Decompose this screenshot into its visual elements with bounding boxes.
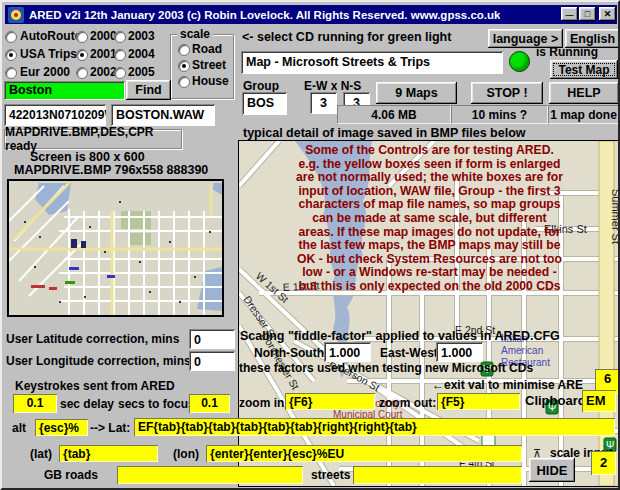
lat-sequence-input[interactable]: EF{tab}{tab}{tab}{tab}{tab}{tab}{right}{… [134, 418, 615, 436]
delay-label: sec delay [60, 398, 114, 411]
radio-year-2004[interactable] [114, 49, 126, 61]
radio-eur-2000[interactable] [5, 67, 17, 79]
zoom-in-label: zoom in: [239, 397, 288, 410]
streets-input[interactable] [353, 466, 522, 484]
app-icon [8, 7, 24, 23]
radio-autoroute[interactable] [5, 31, 17, 43]
status-size: 4.06 MB [337, 105, 451, 124]
focus-label: secs to focus [118, 398, 195, 411]
east-west-input[interactable]: 1.000 [436, 342, 483, 362]
radio-year-2002[interactable] [76, 67, 88, 79]
radio-autoroute-label: AutoRoute [20, 30, 81, 43]
radio-year-2003-label: 2003 [128, 30, 155, 43]
stop-button[interactable]: STOP ! [471, 82, 543, 104]
ared-window: ARED v2i 12th January 2003 (c) Robin Lov… [0, 0, 620, 490]
scale-input-value[interactable]: 2 [591, 451, 616, 475]
lat-correction-input[interactable]: 0 [189, 329, 235, 349]
radio-scale-road-label: Road [192, 43, 222, 56]
lat-input[interactable]: {tab} [59, 445, 158, 462]
test-map-button[interactable]: Test Map [550, 60, 618, 79]
delay-input[interactable]: 0.1 [13, 394, 57, 413]
lon-label: (lon) [173, 448, 199, 461]
map-source-input[interactable]: Map - Microsoft Streets & Trips [241, 51, 503, 74]
gb-roads-input[interactable] [117, 466, 303, 484]
east-west-label: East-West [380, 347, 438, 360]
thumbnail-map [7, 179, 224, 317]
clipboard-label: Clipboard [525, 394, 586, 407]
window-title: ARED v2i 12th January 2003 (c) Robin Lov… [29, 9, 500, 21]
coords-input[interactable]: 422013N0710209W [4, 104, 106, 126]
place-search-input[interactable]: Boston [4, 81, 125, 100]
maximize-icon[interactable]: □ [579, 7, 596, 21]
zoom-out-input[interactable]: {F5} [437, 393, 520, 410]
lon-input[interactable]: {enter}{enter}{esc}%EU [206, 445, 522, 462]
help-button[interactable]: HELP [549, 82, 619, 104]
lon-correction-label: User Longitude correction, mins [6, 355, 191, 368]
testing-notice: Some of the Controls are for testing ARE… [239, 144, 620, 294]
radio-year-2005-label: 2005 [128, 66, 155, 79]
radio-scale-street[interactable] [178, 60, 190, 72]
radio-year-2004-label: 2004 [128, 48, 155, 61]
radio-scale-street-label: Street [192, 59, 226, 72]
keystrokes-label: Keystrokes sent from ARED [15, 380, 175, 393]
status-time: 10 mins ? [451, 105, 548, 124]
thumb-park [121, 211, 151, 229]
svg-text:American: American [501, 345, 543, 356]
ew-input[interactable]: 3 [310, 92, 337, 114]
lon-correction-input[interactable]: 0 [189, 351, 235, 371]
radio-year-2000[interactable] [76, 31, 88, 43]
zoom-out-label: zoom out: [379, 397, 436, 410]
waw-file-input[interactable]: BOSTON.WAW [111, 104, 215, 126]
scaling-title: Scaling "fiddle-factor" applied to value… [240, 330, 560, 343]
alt-input[interactable]: {esc}% [35, 419, 88, 436]
close-icon[interactable]: ✕ [599, 7, 616, 21]
streets-label: streets [311, 469, 350, 482]
radio-scale-house[interactable] [178, 76, 190, 88]
radio-year-2000-label: 2000 [90, 30, 117, 43]
group-input[interactable]: BOS [242, 92, 287, 115]
running-status: is Running [536, 46, 598, 59]
radio-year-2003[interactable] [114, 31, 126, 43]
find-button[interactable]: Find [126, 80, 171, 100]
mapdrive-ready-box: MAPDRIVE.BMP,DES,CPR ready [4, 129, 182, 149]
north-south-input[interactable]: 1.000 [324, 342, 371, 362]
radio-year-2001-label: 2001 [90, 48, 117, 61]
status-progress: 1 map done [548, 105, 619, 124]
radio-scale-house-label: House [192, 75, 229, 88]
gb-roads-label: GB roads [44, 469, 98, 482]
zoom-in-input[interactable]: {F6} [285, 393, 375, 410]
scaling-footnote: these factors used when testing new Micr… [239, 362, 533, 375]
radio-year-2002-label: 2002 [90, 66, 117, 79]
map-detail-caption: typical detail of image saved in BMP fil… [243, 127, 526, 140]
scale-groupbox-label: scale [177, 28, 213, 40]
radio-year-2001[interactable] [76, 49, 88, 61]
hide-button[interactable]: HIDE [529, 458, 575, 482]
running-light-indicator [509, 51, 530, 72]
focus-input[interactable]: 0.1 [189, 394, 230, 413]
lat-arrow-label: --> Lat: [90, 422, 130, 435]
clipboard-input[interactable]: EM [582, 390, 616, 412]
alt-label: alt [12, 422, 26, 435]
lat-correction-label: User Latitude correction, mins [6, 333, 179, 346]
mapdrive-info: MAPDRIVE.BMP 796x558 888390 [14, 164, 208, 177]
exit-value-hint: ←exit val to minimise ARE [432, 379, 583, 392]
radio-year-2005[interactable] [114, 67, 126, 79]
radio-scale-road[interactable] [178, 44, 190, 56]
north-south-label: North-South [254, 347, 324, 360]
title-bar: ARED v2i 12th January 2003 (c) Robin Lov… [5, 5, 617, 24]
select-cd-hint: <- select CD running for green light [242, 31, 451, 44]
thumbnail-map-image [9, 181, 222, 315]
radio-usa-trips[interactable] [5, 49, 17, 61]
maps-button[interactable]: 9 Maps [376, 82, 457, 104]
radio-eur-2000-label: Eur 2000 [20, 66, 70, 79]
radio-usa-trips-label: USA Trips [20, 48, 77, 61]
lat-label: (lat) [30, 448, 52, 461]
minimize-icon[interactable]: — [561, 7, 578, 21]
